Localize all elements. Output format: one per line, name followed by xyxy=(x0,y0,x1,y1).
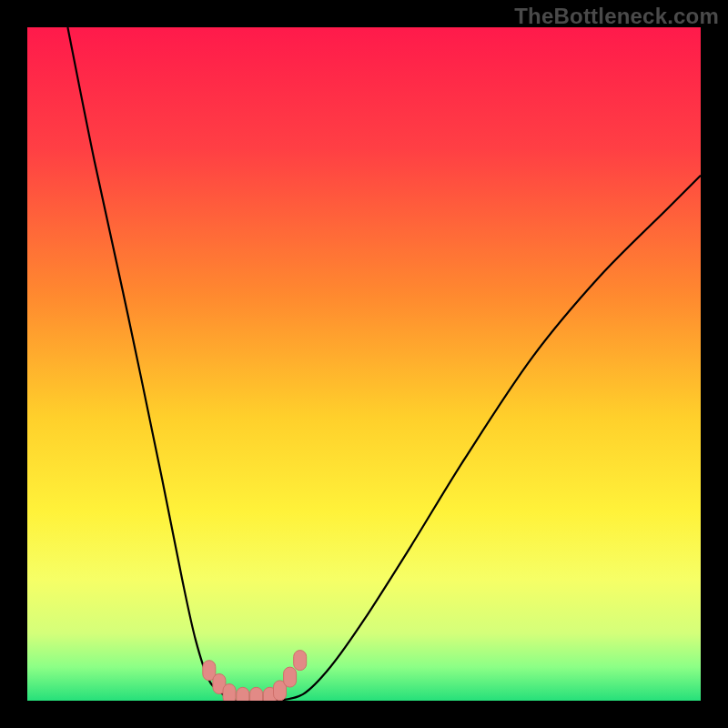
watermark-label: TheBottleneck.com xyxy=(514,4,719,29)
highlight-marker xyxy=(223,684,236,701)
bottleneck-curve xyxy=(67,27,701,701)
highlight-marker xyxy=(294,651,307,671)
curve-layer xyxy=(27,27,701,701)
highlight-markers xyxy=(203,651,307,701)
highlight-marker xyxy=(284,667,297,687)
chart-frame: TheBottleneck.com xyxy=(0,0,728,728)
highlight-marker xyxy=(250,687,263,701)
plot-area xyxy=(27,27,701,701)
highlight-marker xyxy=(237,687,249,701)
